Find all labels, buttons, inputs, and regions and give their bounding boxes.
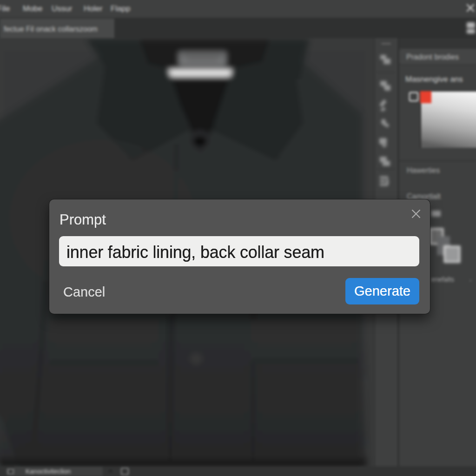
svg-text:File: File bbox=[0, 4, 10, 13]
svg-text:Flapp: Flapp bbox=[111, 4, 131, 13]
svg-text:Holer: Holer bbox=[84, 4, 103, 13]
svg-text:-: - bbox=[469, 277, 472, 284]
svg-text:Pradont brodies: Pradont brodies bbox=[406, 53, 459, 61]
svg-text:Masnengive ans: Masnengive ans bbox=[405, 75, 463, 84]
svg-text:fectue Fil onack collarszoom: fectue Fil onack collarszoom bbox=[4, 25, 98, 33]
svg-text:Mobe: Mobe bbox=[23, 4, 43, 13]
svg-text:Ussur: Ussur bbox=[52, 4, 73, 13]
svg-text:enefalts: enefalts bbox=[431, 276, 454, 283]
svg-text:Hawerties: Hawerties bbox=[407, 166, 440, 174]
svg-text:Kanoctiviteclion: Kanoctiviteclion bbox=[26, 468, 71, 475]
